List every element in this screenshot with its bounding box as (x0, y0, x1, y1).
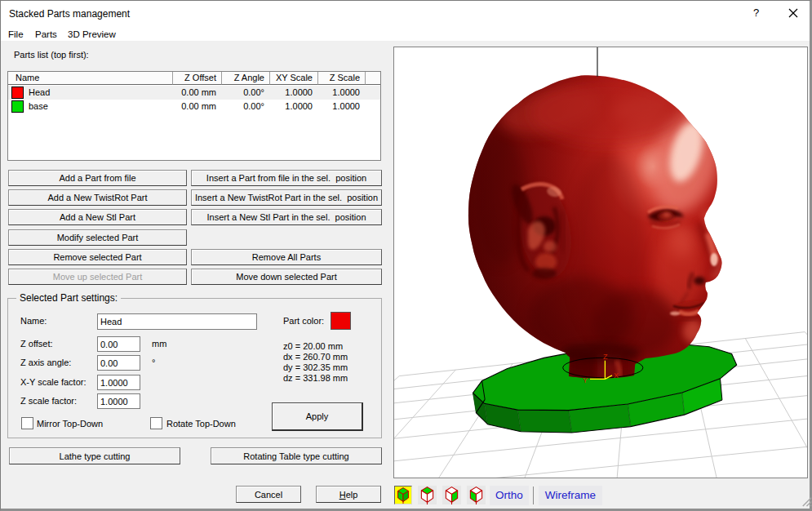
svg-text:Y: Y (583, 376, 588, 384)
svg-text:Z: Z (603, 353, 608, 361)
svg-text:X: X (614, 371, 619, 380)
